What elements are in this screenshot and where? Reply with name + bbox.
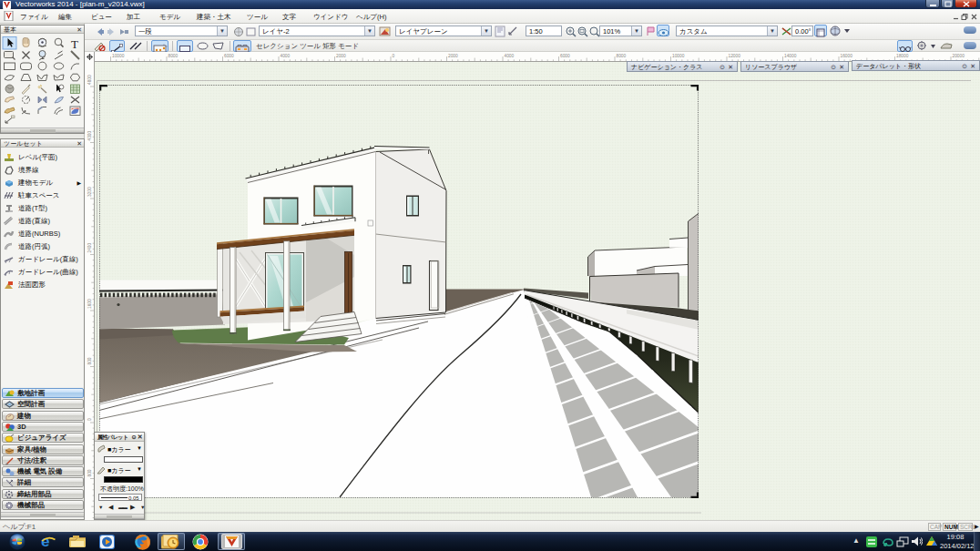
svg-text:e: e <box>41 534 49 549</box>
svg-text:T: T <box>71 37 78 51</box>
